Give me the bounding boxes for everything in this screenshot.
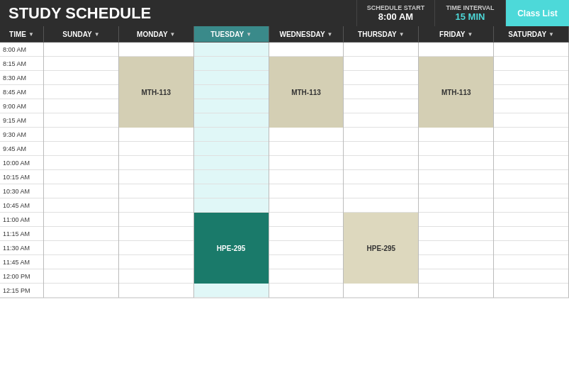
grid-cell[interactable] — [119, 269, 193, 284]
event-block-monday[interactable]: MTH-113 — [119, 57, 193, 128]
grid-cell[interactable] — [269, 184, 344, 198]
monday-dropdown-icon[interactable]: ▼ — [170, 31, 176, 38]
grid-cell[interactable] — [344, 142, 418, 156]
grid-cell[interactable] — [419, 128, 493, 142]
grid-cell[interactable] — [344, 284, 418, 298]
grid-cell[interactable] — [419, 284, 493, 298]
grid-cell[interactable] — [44, 255, 118, 269]
grid-cell[interactable] — [194, 43, 269, 57]
grid-cell[interactable] — [419, 142, 493, 156]
grid-cell[interactable] — [419, 43, 493, 57]
grid-cell[interactable] — [344, 198, 418, 213]
event-block-wednesday[interactable]: MTH-113 — [269, 57, 344, 128]
grid-cell[interactable] — [494, 170, 568, 184]
grid-cell[interactable] — [119, 142, 193, 156]
grid-cell[interactable] — [44, 99, 118, 113]
grid-cell[interactable] — [194, 128, 269, 142]
grid-cell[interactable] — [269, 170, 344, 184]
grid-cell[interactable] — [194, 184, 269, 198]
grid-cell[interactable] — [494, 198, 568, 213]
grid-cell[interactable] — [44, 142, 118, 156]
grid-cell[interactable] — [494, 269, 568, 284]
grid-cell[interactable] — [119, 198, 193, 213]
grid-cell[interactable] — [119, 213, 193, 227]
thursday-dropdown-icon[interactable]: ▼ — [399, 31, 405, 38]
grid-cell[interactable] — [119, 241, 193, 255]
col-header-wednesday[interactable]: WEDNESDAY ▼ — [269, 26, 344, 42]
event-block-tuesday[interactable]: HPE-295 — [194, 213, 269, 284]
grid-cell[interactable] — [419, 269, 493, 284]
col-header-saturday[interactable]: SATURDAY ▼ — [494, 26, 569, 42]
grid-cell[interactable] — [119, 284, 193, 298]
grid-cell[interactable] — [494, 284, 568, 298]
grid-cell[interactable] — [419, 241, 493, 255]
grid-cell[interactable] — [344, 43, 418, 57]
wednesday-dropdown-icon[interactable]: ▼ — [327, 31, 333, 38]
grid-cell[interactable] — [344, 85, 418, 99]
grid-cell[interactable] — [44, 184, 118, 198]
grid-cell[interactable] — [119, 43, 193, 57]
event-block-friday[interactable]: MTH-113 — [419, 57, 493, 128]
grid-cell[interactable] — [494, 213, 568, 227]
grid-cell[interactable] — [344, 156, 418, 170]
grid-cell[interactable] — [194, 142, 269, 156]
grid-cell[interactable] — [419, 184, 493, 198]
col-header-monday[interactable]: MONDAY ▼ — [119, 26, 194, 42]
grid-cell[interactable] — [419, 213, 493, 227]
grid-cell[interactable] — [494, 57, 568, 71]
grid-cell[interactable] — [419, 227, 493, 241]
grid-cell[interactable] — [344, 99, 418, 113]
grid-cell[interactable] — [344, 184, 418, 198]
grid-cell[interactable] — [494, 43, 568, 57]
grid-cell[interactable] — [44, 170, 118, 184]
grid-cell[interactable] — [494, 85, 568, 99]
col-header-thursday[interactable]: THURSDAY ▼ — [344, 26, 419, 42]
grid-cell[interactable] — [44, 113, 118, 128]
grid-cell[interactable] — [194, 99, 269, 113]
grid-cell[interactable] — [419, 198, 493, 213]
grid-cell[interactable] — [44, 269, 118, 284]
grid-cell[interactable] — [119, 170, 193, 184]
grid-cell[interactable] — [269, 156, 344, 170]
grid-cell[interactable] — [44, 57, 118, 71]
grid-cell[interactable] — [194, 71, 269, 85]
grid-cell[interactable] — [44, 71, 118, 85]
col-header-sunday[interactable]: SUNDAY ▼ — [44, 26, 119, 42]
grid-cell[interactable] — [269, 227, 344, 241]
grid-cell[interactable] — [494, 99, 568, 113]
grid-cell[interactable] — [269, 198, 344, 213]
sunday-dropdown-icon[interactable]: ▼ — [94, 31, 100, 38]
grid-cell[interactable] — [494, 113, 568, 128]
grid-cell[interactable] — [194, 170, 269, 184]
grid-cell[interactable] — [419, 170, 493, 184]
grid-cell[interactable] — [119, 255, 193, 269]
grid-cell[interactable] — [269, 255, 344, 269]
grid-cell[interactable] — [194, 113, 269, 128]
grid-cell[interactable] — [269, 128, 344, 142]
grid-cell[interactable] — [269, 284, 344, 298]
time-dropdown-icon[interactable]: ▼ — [28, 31, 34, 38]
grid-cell[interactable] — [494, 71, 568, 85]
grid-cell[interactable] — [119, 227, 193, 241]
grid-cell[interactable] — [344, 113, 418, 128]
tuesday-dropdown-icon[interactable]: ▼ — [246, 31, 252, 38]
grid-cell[interactable] — [344, 170, 418, 184]
saturday-dropdown-icon[interactable]: ▼ — [548, 31, 554, 38]
grid-cell[interactable] — [269, 213, 344, 227]
grid-cell[interactable] — [194, 85, 269, 99]
col-header-tuesday[interactable]: TUESDAY ▼ — [194, 26, 269, 42]
grid-cell[interactable] — [269, 269, 344, 284]
grid-cell[interactable] — [494, 255, 568, 269]
grid-cell[interactable] — [344, 128, 418, 142]
grid-cell[interactable] — [494, 227, 568, 241]
grid-cell[interactable] — [269, 142, 344, 156]
grid-cell[interactable] — [494, 128, 568, 142]
grid-cell[interactable] — [194, 284, 269, 298]
grid-cell[interactable] — [44, 85, 118, 99]
grid-cell[interactable] — [419, 156, 493, 170]
grid-cell[interactable] — [44, 43, 118, 57]
col-header-friday[interactable]: FRIDAY ▼ — [419, 26, 494, 42]
grid-cell[interactable] — [44, 156, 118, 170]
grid-cell[interactable] — [119, 184, 193, 198]
grid-cell[interactable] — [44, 213, 118, 227]
